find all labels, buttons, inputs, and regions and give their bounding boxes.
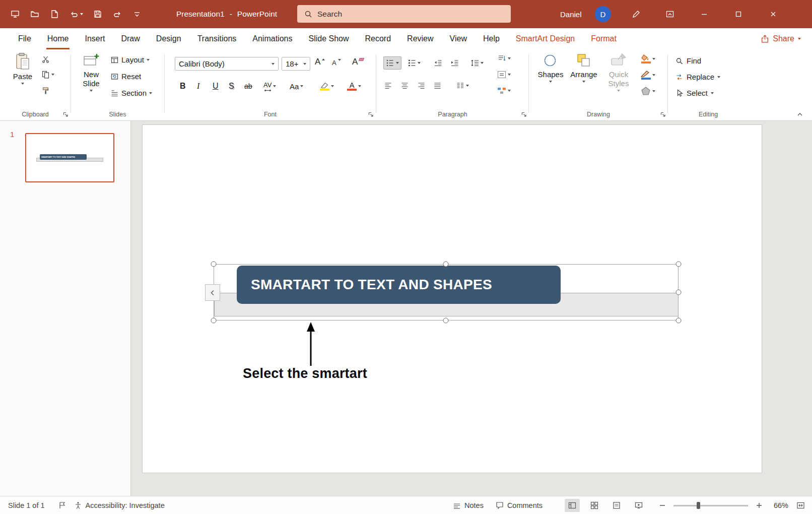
slide-thumbnail[interactable]: SMARTART TO TEXT AND SHAPES xyxy=(25,133,114,182)
strikethrough-button[interactable]: ab xyxy=(244,79,252,93)
format-painter-button[interactable] xyxy=(41,87,50,95)
zoom-slider-thumb[interactable] xyxy=(697,502,700,509)
text-direction-button[interactable] xyxy=(497,54,511,62)
shape-effects-button[interactable] xyxy=(641,87,655,95)
tab-draw[interactable]: Draw xyxy=(113,28,148,49)
open-button[interactable] xyxy=(26,5,44,23)
new-file-button[interactable] xyxy=(45,5,63,23)
shapes-button[interactable]: Shapes xyxy=(536,52,565,83)
shape-fill-button[interactable] xyxy=(641,54,655,63)
bullets-button[interactable] xyxy=(383,56,401,70)
drawing-dialog-launcher[interactable] xyxy=(659,110,666,118)
font-size-select[interactable]: 18+ xyxy=(282,57,310,71)
change-case-button[interactable]: Aa xyxy=(290,79,303,93)
selection-handle-bottom-middle[interactable] xyxy=(443,318,449,324)
slide-show-view-button[interactable] xyxy=(631,499,646,512)
select-button[interactable]: Select xyxy=(675,89,714,97)
paragraph-dialog-launcher[interactable] xyxy=(520,110,527,118)
selection-handle-top-left[interactable] xyxy=(211,262,217,267)
align-text-button[interactable] xyxy=(497,71,511,79)
increase-indent-button[interactable] xyxy=(450,56,459,70)
shrink-font-button[interactable]: A xyxy=(332,59,341,66)
smartart-shape[interactable]: SMARTART TO TEXT AND SHAPES xyxy=(237,266,561,304)
align-right-button[interactable] xyxy=(417,79,426,92)
copy-button[interactable] xyxy=(41,71,54,79)
zoom-slider[interactable] xyxy=(673,501,748,509)
clear-formatting-button[interactable]: A xyxy=(352,57,364,66)
font-dialog-launcher[interactable] xyxy=(367,110,374,118)
tab-file[interactable]: File xyxy=(10,28,39,49)
new-slide-button[interactable]: New Slide xyxy=(76,52,106,92)
quick-styles-button[interactable]: Quick Styles xyxy=(602,52,635,92)
tab-design[interactable]: Design xyxy=(148,28,189,49)
columns-button[interactable] xyxy=(456,79,469,92)
paste-button[interactable]: Paste xyxy=(8,52,37,85)
align-center-button[interactable] xyxy=(400,79,409,92)
font-name-select[interactable]: Calibri (Body) xyxy=(175,57,279,71)
tab-review[interactable]: Review xyxy=(399,28,441,49)
text-shadow-button[interactable]: S xyxy=(229,79,234,93)
zoom-in-button[interactable] xyxy=(756,502,762,508)
minimize-button[interactable] xyxy=(691,0,717,28)
italic-button[interactable]: I xyxy=(197,79,199,93)
search-input[interactable]: Search xyxy=(297,5,511,23)
shape-outline-button[interactable] xyxy=(641,71,655,80)
text-pane-toggle-button[interactable] xyxy=(205,284,220,301)
selection-handle-top-right[interactable] xyxy=(676,262,682,267)
ribbon-display-options-button[interactable] xyxy=(661,5,679,23)
font-color-button[interactable]: A xyxy=(347,79,361,93)
redo-button[interactable] xyxy=(108,5,126,23)
character-spacing-button[interactable]: AV xyxy=(263,79,276,93)
tab-smartart-design[interactable]: SmartArt Design xyxy=(508,28,583,49)
customize-quick-access-button[interactable] xyxy=(128,5,146,23)
normal-view-button[interactable] xyxy=(565,499,580,512)
find-button[interactable]: Find xyxy=(675,56,701,65)
tab-help[interactable]: Help xyxy=(475,28,508,49)
notes-button[interactable]: Notes xyxy=(453,501,484,509)
arrange-button[interactable]: Arrange xyxy=(569,52,598,83)
undo-button[interactable] xyxy=(65,5,87,23)
tab-animations[interactable]: Animations xyxy=(244,28,300,49)
bold-button[interactable]: B xyxy=(180,79,186,93)
reset-button[interactable]: Reset xyxy=(110,72,141,81)
share-button[interactable]: Share xyxy=(761,28,801,49)
numbering-button[interactable] xyxy=(408,56,421,70)
tab-slide-show[interactable]: Slide Show xyxy=(300,28,357,49)
fit-to-window-button[interactable] xyxy=(796,501,805,509)
tab-format[interactable]: Format xyxy=(583,28,625,49)
justify-button[interactable] xyxy=(433,79,442,92)
slide[interactable]: SMARTART TO TEXT AND SHAPES Select the s… xyxy=(143,125,762,473)
tab-transitions[interactable]: Transitions xyxy=(189,28,245,49)
underline-button[interactable]: U xyxy=(213,79,219,93)
reading-view-button[interactable] xyxy=(609,499,624,512)
user-name[interactable]: Daniel xyxy=(560,0,582,28)
align-left-button[interactable] xyxy=(384,79,392,92)
selection-handle-top-middle[interactable] xyxy=(443,262,449,267)
tab-insert[interactable]: Insert xyxy=(77,28,113,49)
selection-handle-bottom-left[interactable] xyxy=(211,318,217,324)
decrease-indent-button[interactable] xyxy=(434,56,442,70)
selection-handle-middle-right[interactable] xyxy=(676,290,682,295)
collapse-ribbon-button[interactable] xyxy=(797,112,803,116)
line-spacing-button[interactable] xyxy=(470,56,484,70)
grow-font-button[interactable]: A xyxy=(315,57,325,66)
section-button[interactable]: Section xyxy=(110,89,152,97)
save-button[interactable] xyxy=(89,5,107,23)
cut-button[interactable] xyxy=(41,55,50,63)
slide-sorter-view-button[interactable] xyxy=(587,499,602,512)
avatar[interactable]: D xyxy=(595,6,611,22)
accessibility-checker-button[interactable]: Accessibility: Investigate xyxy=(74,501,165,509)
comments-button[interactable]: Comments xyxy=(496,501,543,509)
replace-button[interactable]: Replace xyxy=(675,73,720,81)
close-button[interactable] xyxy=(760,0,786,28)
maximize-button[interactable] xyxy=(725,0,752,28)
layout-button[interactable]: Layout xyxy=(110,55,150,64)
zoom-level[interactable]: 66% xyxy=(770,501,788,509)
tab-record[interactable]: Record xyxy=(357,28,399,49)
clipboard-dialog-launcher[interactable] xyxy=(61,110,69,118)
ink-pen-button[interactable] xyxy=(627,5,645,23)
start-slideshow-button[interactable] xyxy=(6,5,24,23)
zoom-out-button[interactable] xyxy=(659,502,665,508)
text-highlight-color-button[interactable] xyxy=(320,79,334,93)
convert-to-smartart-button[interactable] xyxy=(497,87,511,95)
